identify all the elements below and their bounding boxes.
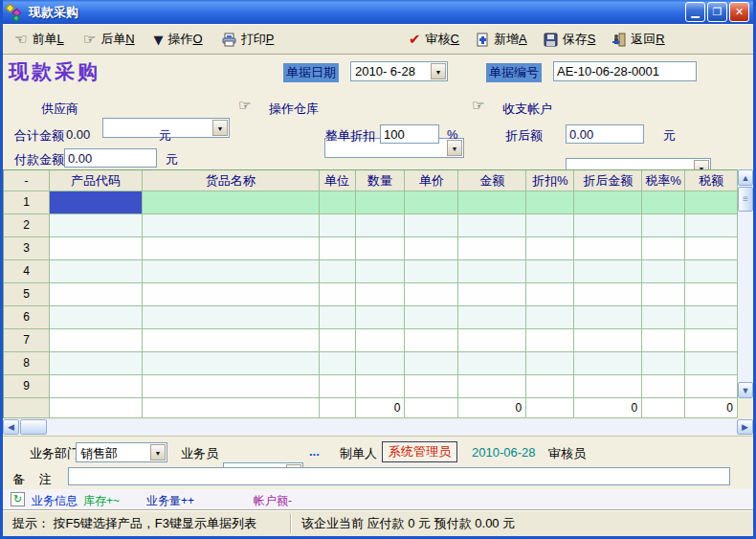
grid-cell[interactable] [320,214,356,237]
grid-cell[interactable] [642,375,685,398]
business-volume-link[interactable]: 业务量++ [146,493,194,509]
grid-cell[interactable] [356,191,406,214]
grid-cell[interactable] [574,306,642,329]
vertical-scrollbar[interactable]: ▲ ▼ [738,169,753,398]
grid-cell[interactable] [685,260,738,283]
grid-row-number[interactable]: 1 [4,191,50,214]
grid-row-number[interactable]: 5 [4,283,50,306]
grid-cell[interactable] [574,283,642,306]
grid-cell[interactable] [574,329,642,352]
grid-cell[interactable] [405,191,458,214]
grid-cell[interactable] [405,283,458,306]
grid-cell[interactable] [50,283,143,306]
grid-cell[interactable] [526,191,574,214]
grid-cell[interactable] [320,352,356,375]
grid-cell[interactable] [574,375,642,398]
grid-cell[interactable] [405,237,458,260]
grid-cell[interactable] [143,214,320,237]
grid-row-number[interactable]: 9 [4,375,50,398]
grid-cell[interactable] [50,260,143,283]
grid-cell[interactable] [526,329,574,352]
after-discount-input[interactable] [566,124,644,144]
grid-cell[interactable] [642,306,685,329]
chevron-down-icon[interactable]: ▼ [150,444,166,460]
grid-cell[interactable] [356,375,406,398]
scroll-right-button[interactable]: ▶ [737,419,753,435]
grid-cell[interactable] [685,237,738,260]
horizontal-scrollbar[interactable]: ◀ ▶ [3,419,753,435]
grid-cell[interactable] [458,352,526,375]
close-button[interactable]: ✕ [729,2,749,22]
grid-cell[interactable] [405,375,458,398]
grid-cell[interactable] [320,260,356,283]
save-button[interactable]: 保存S [544,31,596,48]
grid-cell[interactable] [685,375,738,398]
chevron-down-icon[interactable]: ▼ [431,63,446,79]
grid-cell[interactable] [685,306,738,329]
payment-amount-input[interactable] [64,148,157,168]
grid-cell[interactable] [526,260,574,283]
supplier-lookup-icon[interactable]: ☞ [238,97,251,114]
grid-cell[interactable] [50,191,143,214]
grid-row-number[interactable]: 2 [4,214,50,237]
vscroll-thumb[interactable] [738,187,753,212]
inventory-link[interactable]: 库存+~ [83,493,120,509]
refresh-icon[interactable]: ↻ [11,492,25,506]
grid-cell[interactable] [356,237,406,260]
grid-cell[interactable] [642,329,685,352]
scroll-up-button[interactable]: ▲ [738,169,753,186]
remark-input[interactable] [68,467,730,485]
warehouse-lookup-icon[interactable]: ☞ [472,97,484,114]
grid-cell[interactable] [574,237,642,260]
grid-cell[interactable] [320,283,356,306]
grid-cell[interactable] [356,352,406,375]
grid-cell[interactable] [143,283,320,306]
grid-cell[interactable] [320,237,356,260]
more-button[interactable]: ... [309,444,320,459]
grid-cell[interactable] [50,329,143,352]
grid-cell[interactable] [458,283,526,306]
prev-doc-button[interactable]: ☜ 前单L [14,31,64,48]
grid-cell[interactable] [642,191,685,214]
hscroll-thumb[interactable] [20,419,47,435]
grid-cell[interactable] [405,352,458,375]
doc-date-combo[interactable]: 2010- 6-28 ▼ [350,61,448,81]
grid-cell[interactable] [574,191,642,214]
next-doc-button[interactable]: ☞ 后单N [83,31,135,48]
chevron-down-icon[interactable]: ▼ [212,120,228,136]
grid-cell[interactable] [50,306,143,329]
account-balance-link[interactable]: 帐户额- [254,493,292,509]
grid-cell[interactable] [143,237,320,260]
grid-cell[interactable] [458,375,526,398]
grid-cell[interactable] [458,306,526,329]
grid-cell[interactable] [50,352,143,375]
grid-cell[interactable] [642,283,685,306]
grid-cell[interactable] [685,352,738,375]
grid-cell[interactable] [356,214,406,237]
grid-cell[interactable] [526,306,574,329]
maximize-button[interactable]: ❐ [707,2,727,22]
grid-cell[interactable] [685,283,738,306]
audit-button[interactable]: ✔ 审核C [409,31,459,48]
grid-cell[interactable] [526,283,574,306]
grid-row-number[interactable]: 6 [4,306,50,329]
minimize-button[interactable]: ▁ [685,2,705,22]
doc-no-input[interactable] [553,61,697,81]
grid-cell[interactable] [143,375,320,398]
grid-cell[interactable] [642,214,685,237]
grid-cell[interactable] [526,375,574,398]
grid-cell[interactable] [458,260,526,283]
grid-cell[interactable] [685,191,738,214]
grid-cell[interactable] [50,375,143,398]
grid-cell[interactable] [685,329,738,352]
grid-cell[interactable] [405,260,458,283]
grid-cell[interactable] [143,260,320,283]
grid-cell[interactable] [526,237,574,260]
order-discount-input[interactable] [380,124,439,144]
grid-cell[interactable] [356,329,406,352]
return-button[interactable]: 返回R [611,31,664,48]
grid-cell[interactable] [143,352,320,375]
grid-cell[interactable] [685,214,738,237]
chevron-down-icon[interactable]: ▼ [447,140,462,156]
grid-cell[interactable] [574,352,642,375]
